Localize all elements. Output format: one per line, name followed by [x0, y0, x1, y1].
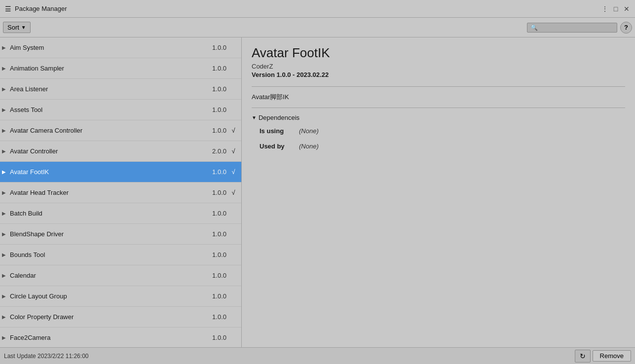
- used-by-label: Used by: [260, 143, 299, 150]
- package-version: 1.0.0: [212, 85, 226, 93]
- package-list-panel: ▶Aim System1.0.0▶Animation Sampler1.0.0▶…: [0, 37, 242, 347]
- package-name: Aim System: [10, 44, 212, 51]
- list-item[interactable]: ▶Batch Build1.0.0: [0, 203, 241, 224]
- package-name: Area Listener: [10, 85, 212, 93]
- package-version: 1.0.0: [212, 292, 226, 300]
- title-bar: ☰ Package Manager ⋮ □ ✕: [0, 0, 635, 18]
- list-item[interactable]: ▶Circle Layout Group1.0.0: [0, 286, 241, 307]
- package-name: Batch Build: [10, 210, 212, 217]
- more-button[interactable]: ⋮: [600, 4, 609, 13]
- package-name: Circle Layout Group: [10, 292, 212, 300]
- list-item[interactable]: ▶Animation Sampler1.0.0: [0, 58, 241, 79]
- search-container: 🔍: [527, 23, 617, 33]
- dep-arrow-icon: ▼: [252, 115, 257, 120]
- package-name: BlendShape Driver: [10, 230, 212, 238]
- item-arrow-icon: ▶: [2, 293, 10, 299]
- item-arrow-icon: ▶: [2, 86, 10, 92]
- package-name: Calendar: [10, 272, 212, 279]
- package-name: Assets Tool: [10, 106, 212, 113]
- list-item[interactable]: ▶Avatar Controller2.0.0√: [0, 141, 241, 162]
- detail-version: Version 1.0.0 - 2023.02.22: [252, 71, 625, 78]
- sort-chevron-icon: ▼: [21, 25, 26, 30]
- window-icon: ☰: [4, 5, 12, 13]
- package-check-icon: √: [229, 168, 237, 176]
- package-version: 1.0.0: [212, 313, 226, 321]
- detail-author: CoderZ: [252, 63, 625, 70]
- search-icon: 🔍: [530, 24, 538, 31]
- package-check-icon: √: [229, 147, 237, 155]
- toolbar-right: 🔍 ?: [527, 22, 632, 34]
- package-name: Animation Sampler: [10, 65, 212, 72]
- item-arrow-icon: ▶: [2, 273, 10, 278]
- package-version: 1.0.0: [212, 251, 226, 258]
- close-button[interactable]: ✕: [622, 4, 631, 13]
- help-button[interactable]: ?: [620, 22, 632, 34]
- dependencies-header: ▼ Dependenceis: [252, 114, 625, 121]
- package-version: 1.0.0: [212, 230, 226, 238]
- package-version: 1.0.0: [212, 106, 226, 113]
- package-check-icon: √: [229, 127, 237, 134]
- package-list: ▶Aim System1.0.0▶Animation Sampler1.0.0▶…: [0, 37, 241, 347]
- package-check-icon: √: [229, 189, 237, 196]
- item-arrow-icon: ▶: [2, 314, 10, 320]
- dependencies-section: ▼ Dependenceis Is using (None) Used by (…: [252, 114, 625, 150]
- item-arrow-icon: ▶: [2, 231, 10, 237]
- toolbar: Sort ▼ 🔍 ?: [0, 18, 635, 37]
- list-item[interactable]: ▶Assets Tool1.0.0: [0, 100, 241, 120]
- package-name: Avatar Head Tracker: [10, 189, 212, 196]
- refresh-button[interactable]: ↻: [575, 350, 591, 363]
- used-by-row: Used by (None): [252, 143, 625, 150]
- item-arrow-icon: ▶: [2, 107, 10, 112]
- list-item[interactable]: ▶Color Property Drawer1.0.0: [0, 307, 241, 328]
- list-item[interactable]: ▶Area Listener1.0.0: [0, 79, 241, 100]
- detail-title: Avatar FootIK: [252, 45, 625, 61]
- detail-description: Avatar脚部IK: [252, 93, 625, 102]
- window-controls: ⋮ □ ✕: [600, 4, 631, 13]
- item-arrow-icon: ▶: [2, 45, 10, 50]
- sort-button[interactable]: Sort ▼: [3, 22, 31, 33]
- package-version: 1.0.0: [212, 127, 226, 134]
- package-version: 1.0.0: [212, 272, 226, 279]
- package-name: Avatar FootIK: [10, 168, 212, 176]
- list-item[interactable]: ▶Avatar Head Tracker1.0.0√: [0, 182, 241, 203]
- item-arrow-icon: ▶: [2, 190, 10, 195]
- package-version: 1.0.0: [212, 189, 226, 196]
- is-using-value: (None): [299, 127, 319, 135]
- package-name: Avatar Camera Controller: [10, 127, 212, 134]
- package-name: Bounds Tool: [10, 251, 212, 258]
- maximize-button[interactable]: □: [611, 4, 620, 13]
- list-item[interactable]: ▶BlendShape Driver1.0.0: [0, 224, 241, 245]
- package-version: 1.0.0: [212, 65, 226, 72]
- package-version: 2.0.0: [212, 147, 226, 155]
- is-using-row: Is using (None): [252, 127, 625, 135]
- detail-divider-1: [252, 86, 625, 87]
- last-update-text: Last Update 2023/2/22 11:26:00: [4, 353, 575, 360]
- is-using-label: Is using: [260, 127, 299, 135]
- package-version: 1.0.0: [212, 168, 226, 176]
- remove-button[interactable]: Remove: [593, 350, 631, 362]
- item-arrow-icon: ▶: [2, 169, 10, 175]
- dependencies-title: Dependenceis: [259, 114, 299, 121]
- used-by-value: (None): [299, 143, 319, 150]
- list-item[interactable]: ▶Bounds Tool1.0.0: [0, 245, 241, 265]
- item-arrow-icon: ▶: [2, 335, 10, 340]
- item-arrow-icon: ▶: [2, 211, 10, 216]
- list-item[interactable]: ▶Calendar1.0.0: [0, 265, 241, 286]
- item-arrow-icon: ▶: [2, 148, 10, 154]
- list-item[interactable]: ▶Face2Camera1.0.0: [0, 328, 241, 347]
- package-name: Avatar Controller: [10, 147, 212, 155]
- list-item[interactable]: ▶Aim System1.0.0: [0, 37, 241, 58]
- main-area: ▶Aim System1.0.0▶Animation Sampler1.0.0▶…: [0, 37, 635, 347]
- item-arrow-icon: ▶: [2, 252, 10, 257]
- package-version: 1.0.0: [212, 210, 226, 217]
- bottom-bar: Last Update 2023/2/22 11:26:00 ↻ Remove: [0, 347, 635, 364]
- package-name: Color Property Drawer: [10, 313, 212, 321]
- package-name: Face2Camera: [10, 334, 212, 341]
- search-input[interactable]: [540, 24, 614, 31]
- window-title: Package Manager: [15, 5, 67, 12]
- detail-panel: Avatar FootIK CoderZ Version 1.0.0 - 202…: [242, 37, 635, 347]
- list-item[interactable]: ▶Avatar Camera Controller1.0.0√: [0, 120, 241, 141]
- detail-divider-2: [252, 108, 625, 108]
- list-item[interactable]: ▶Avatar FootIK1.0.0√: [0, 162, 241, 182]
- item-arrow-icon: ▶: [2, 128, 10, 133]
